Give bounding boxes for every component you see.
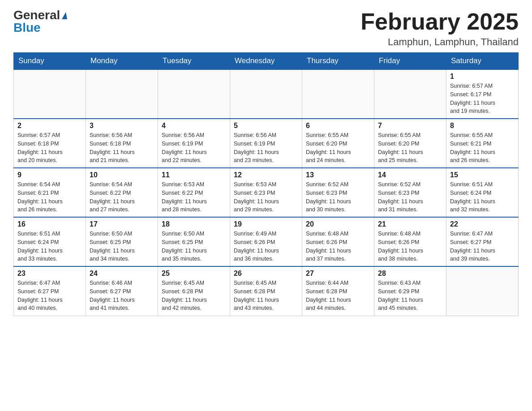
day-number: 2 xyxy=(17,122,82,130)
day-number: 1 xyxy=(450,73,515,81)
month-title: February 2025 xyxy=(360,9,519,34)
weekday-header-saturday: Saturday xyxy=(446,53,519,70)
day-number: 22 xyxy=(450,220,515,228)
week-row-1: 1Sunrise: 6:57 AM Sunset: 6:17 PM Daylig… xyxy=(14,69,519,119)
calendar-cell: 19Sunrise: 6:49 AM Sunset: 6:26 PM Dayli… xyxy=(230,217,302,266)
calendar-cell: 22Sunrise: 6:47 AM Sunset: 6:27 PM Dayli… xyxy=(446,217,519,266)
day-info: Sunrise: 6:56 AM Sunset: 6:19 PM Dayligh… xyxy=(162,131,226,165)
day-number: 3 xyxy=(90,122,154,130)
calendar-cell: 7Sunrise: 6:55 AM Sunset: 6:20 PM Daylig… xyxy=(374,119,446,168)
day-number: 25 xyxy=(162,270,226,278)
day-info: Sunrise: 6:57 AM Sunset: 6:18 PM Dayligh… xyxy=(17,131,82,165)
calendar-cell: 17Sunrise: 6:50 AM Sunset: 6:25 PM Dayli… xyxy=(86,217,158,266)
calendar-cell: 27Sunrise: 6:44 AM Sunset: 6:28 PM Dayli… xyxy=(302,266,374,316)
calendar-cell: 13Sunrise: 6:52 AM Sunset: 6:23 PM Dayli… xyxy=(302,168,374,217)
day-number: 13 xyxy=(306,171,370,179)
calendar-cell: 28Sunrise: 6:43 AM Sunset: 6:29 PM Dayli… xyxy=(374,266,446,316)
day-info: Sunrise: 6:50 AM Sunset: 6:25 PM Dayligh… xyxy=(90,230,154,263)
day-info: Sunrise: 6:54 AM Sunset: 6:22 PM Dayligh… xyxy=(90,180,154,214)
day-info: Sunrise: 6:48 AM Sunset: 6:26 PM Dayligh… xyxy=(378,230,442,263)
title-block: February 2025 Lamphun, Lamphun, Thailand xyxy=(360,9,519,48)
calendar-cell xyxy=(374,69,446,119)
week-row-2: 2Sunrise: 6:57 AM Sunset: 6:18 PM Daylig… xyxy=(14,119,519,168)
day-info: Sunrise: 6:49 AM Sunset: 6:26 PM Dayligh… xyxy=(234,230,298,263)
calendar-cell: 4Sunrise: 6:56 AM Sunset: 6:19 PM Daylig… xyxy=(158,119,230,168)
day-number: 16 xyxy=(17,220,82,228)
weekday-header-friday: Friday xyxy=(374,53,446,70)
day-number: 12 xyxy=(234,171,298,179)
weekday-header-row: SundayMondayTuesdayWednesdayThursdayFrid… xyxy=(14,53,519,70)
day-number: 20 xyxy=(306,220,370,228)
day-info: Sunrise: 6:53 AM Sunset: 6:23 PM Dayligh… xyxy=(234,180,298,214)
day-info: Sunrise: 6:55 AM Sunset: 6:20 PM Dayligh… xyxy=(306,131,370,165)
day-info: Sunrise: 6:47 AM Sunset: 6:27 PM Dayligh… xyxy=(450,230,515,263)
calendar-cell: 25Sunrise: 6:45 AM Sunset: 6:28 PM Dayli… xyxy=(158,266,230,316)
week-row-4: 16Sunrise: 6:51 AM Sunset: 6:24 PM Dayli… xyxy=(14,217,519,266)
day-info: Sunrise: 6:46 AM Sunset: 6:27 PM Dayligh… xyxy=(90,279,154,313)
weekday-header-wednesday: Wednesday xyxy=(230,53,302,70)
calendar-cell: 1Sunrise: 6:57 AM Sunset: 6:17 PM Daylig… xyxy=(446,69,519,119)
day-number: 9 xyxy=(17,171,82,179)
calendar-cell: 18Sunrise: 6:50 AM Sunset: 6:25 PM Dayli… xyxy=(158,217,230,266)
calendar-cell: 15Sunrise: 6:51 AM Sunset: 6:24 PM Dayli… xyxy=(446,168,519,217)
day-info: Sunrise: 6:57 AM Sunset: 6:17 PM Dayligh… xyxy=(450,82,515,116)
weekday-header-tuesday: Tuesday xyxy=(158,53,230,70)
calendar-cell: 14Sunrise: 6:52 AM Sunset: 6:23 PM Dayli… xyxy=(374,168,446,217)
calendar-cell xyxy=(446,266,519,316)
day-info: Sunrise: 6:55 AM Sunset: 6:21 PM Dayligh… xyxy=(450,131,515,165)
day-info: Sunrise: 6:55 AM Sunset: 6:20 PM Dayligh… xyxy=(378,131,442,165)
weekday-header-sunday: Sunday xyxy=(14,53,86,70)
day-number: 21 xyxy=(378,220,442,228)
day-number: 14 xyxy=(378,171,442,179)
day-info: Sunrise: 6:52 AM Sunset: 6:23 PM Dayligh… xyxy=(306,180,370,214)
day-number: 23 xyxy=(17,270,82,278)
calendar-cell xyxy=(302,69,374,119)
page-header: General Blue February 2025 Lamphun, Lamp… xyxy=(13,9,519,48)
day-info: Sunrise: 6:45 AM Sunset: 6:28 PM Dayligh… xyxy=(234,279,298,313)
calendar-table: SundayMondayTuesdayWednesdayThursdayFrid… xyxy=(13,52,519,316)
day-info: Sunrise: 6:51 AM Sunset: 6:24 PM Dayligh… xyxy=(17,230,82,263)
calendar-cell: 12Sunrise: 6:53 AM Sunset: 6:23 PM Dayli… xyxy=(230,168,302,217)
day-info: Sunrise: 6:50 AM Sunset: 6:25 PM Dayligh… xyxy=(162,230,226,263)
calendar-cell: 10Sunrise: 6:54 AM Sunset: 6:22 PM Dayli… xyxy=(86,168,158,217)
calendar-cell: 24Sunrise: 6:46 AM Sunset: 6:27 PM Dayli… xyxy=(86,266,158,316)
day-number: 15 xyxy=(450,171,515,179)
day-info: Sunrise: 6:56 AM Sunset: 6:19 PM Dayligh… xyxy=(234,131,298,165)
day-number: 28 xyxy=(378,270,442,278)
day-info: Sunrise: 6:54 AM Sunset: 6:21 PM Dayligh… xyxy=(17,180,82,214)
logo-triangle-icon xyxy=(62,12,67,19)
day-info: Sunrise: 6:45 AM Sunset: 6:28 PM Dayligh… xyxy=(162,279,226,313)
day-info: Sunrise: 6:43 AM Sunset: 6:29 PM Dayligh… xyxy=(378,279,442,313)
calendar-cell: 23Sunrise: 6:47 AM Sunset: 6:27 PM Dayli… xyxy=(14,266,86,316)
day-number: 19 xyxy=(234,220,298,228)
weekday-header-monday: Monday xyxy=(86,53,158,70)
calendar-cell xyxy=(158,69,230,119)
day-number: 24 xyxy=(90,270,154,278)
calendar-cell xyxy=(230,69,302,119)
location-title: Lamphun, Lamphun, Thailand xyxy=(360,36,519,48)
day-info: Sunrise: 6:52 AM Sunset: 6:23 PM Dayligh… xyxy=(378,180,442,214)
day-number: 4 xyxy=(162,122,226,130)
calendar-cell xyxy=(14,69,86,119)
logo-general-text: General xyxy=(13,9,60,21)
day-info: Sunrise: 6:53 AM Sunset: 6:22 PM Dayligh… xyxy=(162,180,226,214)
logo-blue-text: Blue xyxy=(13,21,41,34)
day-number: 26 xyxy=(234,270,298,278)
day-number: 10 xyxy=(90,171,154,179)
calendar-cell: 16Sunrise: 6:51 AM Sunset: 6:24 PM Dayli… xyxy=(14,217,86,266)
calendar-cell: 5Sunrise: 6:56 AM Sunset: 6:19 PM Daylig… xyxy=(230,119,302,168)
calendar-cell: 6Sunrise: 6:55 AM Sunset: 6:20 PM Daylig… xyxy=(302,119,374,168)
day-number: 6 xyxy=(306,122,370,130)
calendar-cell: 3Sunrise: 6:56 AM Sunset: 6:18 PM Daylig… xyxy=(86,119,158,168)
week-row-5: 23Sunrise: 6:47 AM Sunset: 6:27 PM Dayli… xyxy=(14,266,519,316)
day-info: Sunrise: 6:47 AM Sunset: 6:27 PM Dayligh… xyxy=(17,279,82,313)
calendar-cell: 9Sunrise: 6:54 AM Sunset: 6:21 PM Daylig… xyxy=(14,168,86,217)
calendar-cell: 8Sunrise: 6:55 AM Sunset: 6:21 PM Daylig… xyxy=(446,119,519,168)
day-info: Sunrise: 6:48 AM Sunset: 6:26 PM Dayligh… xyxy=(306,230,370,263)
day-number: 27 xyxy=(306,270,370,278)
weekday-header-thursday: Thursday xyxy=(302,53,374,70)
day-number: 11 xyxy=(162,171,226,179)
day-number: 17 xyxy=(90,220,154,228)
week-row-3: 9Sunrise: 6:54 AM Sunset: 6:21 PM Daylig… xyxy=(14,168,519,217)
calendar-cell: 21Sunrise: 6:48 AM Sunset: 6:26 PM Dayli… xyxy=(374,217,446,266)
